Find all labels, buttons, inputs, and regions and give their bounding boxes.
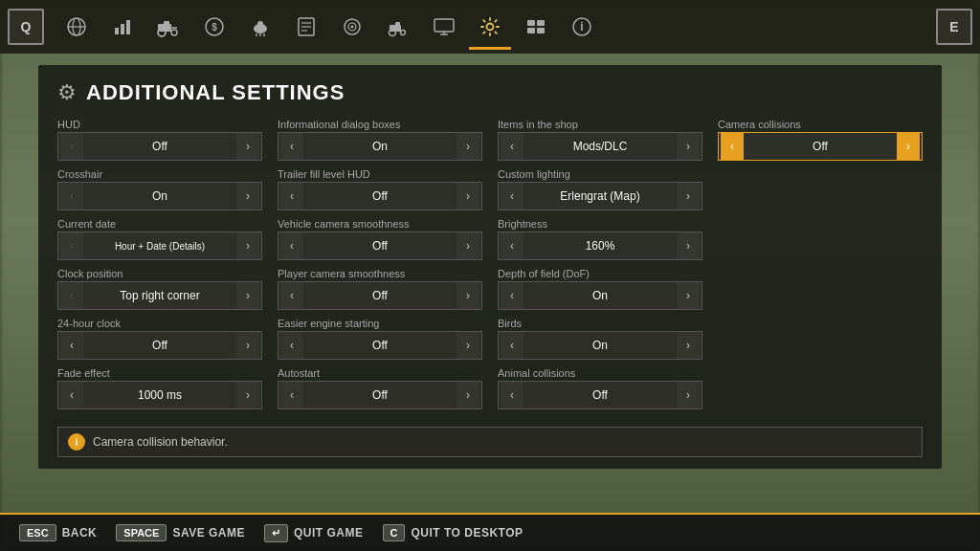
trailer-fill-prev-btn[interactable]: ‹ bbox=[280, 183, 303, 209]
animal-collisions-prev-btn[interactable]: ‹ bbox=[501, 382, 523, 408]
birds-prev-btn[interactable]: ‹ bbox=[501, 332, 523, 359]
q-button[interactable]: Q bbox=[8, 9, 44, 45]
page-title: ADDITIONAL SETTINGS bbox=[86, 80, 345, 105]
current-date-prev-btn[interactable]: ‹ bbox=[60, 232, 83, 259]
items-shop-control: ‹ Mods/DLC › bbox=[498, 132, 702, 161]
clock-position-next-btn[interactable]: › bbox=[236, 282, 259, 309]
easier-engine-next-btn[interactable]: › bbox=[457, 332, 479, 359]
info-bar-icon: i bbox=[68, 433, 85, 451]
autostart-next-btn[interactable]: › bbox=[457, 382, 479, 408]
animal-collisions-next-btn[interactable]: › bbox=[677, 382, 700, 408]
items-shop-prev-btn[interactable]: ‹ bbox=[501, 133, 523, 160]
camera-collisions-next-btn[interactable]: › bbox=[897, 133, 920, 160]
nav-icon-animals[interactable] bbox=[239, 6, 281, 48]
vehicle-camera-prev-btn[interactable]: ‹ bbox=[280, 232, 303, 259]
current-date-next-btn[interactable]: › bbox=[236, 232, 259, 259]
hud-control: ‹ Off › bbox=[57, 132, 262, 161]
info-dialogs-next-btn[interactable]: › bbox=[457, 133, 479, 160]
animal-collisions-control: ‹ Off › bbox=[498, 381, 702, 409]
svg-text:i: i bbox=[580, 20, 583, 33]
camera-collisions-label: Camera collisions bbox=[718, 119, 923, 130]
svg-point-32 bbox=[487, 24, 494, 31]
svg-rect-3 bbox=[115, 28, 119, 34]
fade-effect-prev-btn[interactable]: ‹ bbox=[60, 382, 83, 408]
e-button[interactable]: E bbox=[936, 9, 972, 45]
nav-icon-multiplayer[interactable] bbox=[515, 6, 557, 48]
svg-rect-35 bbox=[527, 28, 535, 33]
mission-icon bbox=[342, 16, 363, 37]
crosshair-control: ‹ On › bbox=[57, 182, 262, 210]
clock-24h-next-btn[interactable]: › bbox=[236, 332, 259, 359]
nav-icon-contracts[interactable] bbox=[285, 6, 327, 48]
fade-effect-label: Fade effect bbox=[57, 367, 262, 379]
clock-position-prev-btn[interactable]: ‹ bbox=[60, 282, 83, 309]
custom-lighting-label: Custom lighting bbox=[498, 168, 702, 180]
depth-of-field-label: Depth of field (DoF) bbox=[498, 268, 702, 279]
easier-engine-control: ‹ Off › bbox=[278, 331, 482, 360]
settings-col3: Items in the shop ‹ Mods/DLC › Custom li… bbox=[498, 119, 702, 417]
quit-desktop-label[interactable]: QUIT TO DESKTOP bbox=[411, 526, 523, 540]
autostart-prev-btn[interactable]: ‹ bbox=[280, 382, 303, 408]
globe-icon bbox=[66, 16, 87, 37]
trailer-fill-next-btn[interactable]: › bbox=[457, 183, 479, 209]
setting-brightness: Brightness ‹ 160% › bbox=[498, 218, 702, 260]
nav-icon-missions[interactable] bbox=[331, 6, 373, 48]
info-dialogs-prev-btn[interactable]: ‹ bbox=[280, 133, 303, 160]
setting-depth-of-field: Depth of field (DoF) ‹ On › bbox=[498, 268, 702, 310]
settings-col2: Informational dialog boxes ‹ On › Traile… bbox=[278, 119, 482, 417]
quit-game-label[interactable]: QUIT GAME bbox=[294, 526, 364, 540]
save-label[interactable]: SAVE GAME bbox=[172, 526, 245, 540]
trailer-fill-control: ‹ Off › bbox=[278, 182, 482, 210]
current-date-control: ‹ Hour + Date (Details) › bbox=[57, 231, 262, 260]
brightness-value: 160% bbox=[523, 239, 677, 253]
custom-lighting-prev-btn[interactable]: ‹ bbox=[501, 183, 523, 209]
setting-camera-collisions: Camera collisions ‹ Off › bbox=[718, 119, 923, 161]
nav-icon-info[interactable]: i bbox=[561, 6, 603, 48]
custom-lighting-next-btn[interactable]: › bbox=[677, 183, 700, 209]
hud-prev-btn[interactable]: ‹ bbox=[60, 133, 83, 160]
depth-of-field-next-btn[interactable]: › bbox=[677, 282, 700, 309]
nav-icon-settings[interactable] bbox=[469, 6, 511, 48]
setting-hud: HUD ‹ Off › bbox=[57, 119, 262, 161]
bottombar: ESC BACK SPACE SAVE GAME ↵ QUIT GAME C Q… bbox=[0, 513, 980, 551]
hud-next-btn[interactable]: › bbox=[236, 133, 259, 160]
animal-collisions-value: Off bbox=[523, 388, 677, 402]
player-camera-next-btn[interactable]: › bbox=[457, 282, 479, 309]
birds-label: Birds bbox=[498, 318, 702, 329]
brightness-prev-btn[interactable]: ‹ bbox=[501, 232, 523, 259]
camera-collisions-prev-btn[interactable]: ‹ bbox=[721, 133, 744, 160]
page-gear-icon: ⚙ bbox=[57, 80, 77, 105]
nav-icon-finances[interactable]: $ bbox=[193, 6, 235, 48]
info-dialogs-label: Informational dialog boxes bbox=[278, 119, 482, 130]
crosshair-next-btn[interactable]: › bbox=[236, 183, 259, 209]
svg-rect-4 bbox=[121, 24, 124, 34]
svg-rect-34 bbox=[537, 20, 545, 26]
stats-icon bbox=[112, 16, 133, 37]
vehicle-camera-value: Off bbox=[303, 239, 457, 253]
svg-rect-29 bbox=[434, 19, 454, 32]
nav-icon-stats[interactable] bbox=[101, 6, 144, 48]
items-shop-next-btn[interactable]: › bbox=[677, 133, 700, 160]
clock-position-label: Clock position bbox=[57, 268, 262, 279]
brightness-next-btn[interactable]: › bbox=[677, 232, 700, 259]
nav-icon-display[interactable] bbox=[423, 6, 465, 48]
player-camera-prev-btn[interactable]: ‹ bbox=[280, 282, 303, 309]
crosshair-prev-btn[interactable]: ‹ bbox=[60, 183, 83, 209]
settings-col1: HUD ‹ Off › Crosshair ‹ On › Current dat… bbox=[57, 119, 262, 417]
page-title-container: ⚙ ADDITIONAL SETTINGS bbox=[57, 80, 923, 105]
back-label[interactable]: BACK bbox=[62, 526, 98, 540]
vehicle-camera-next-btn[interactable]: › bbox=[457, 232, 479, 259]
fade-effect-value: 1000 ms bbox=[83, 388, 236, 402]
nav-icon-equipment[interactable] bbox=[377, 6, 419, 48]
fade-effect-next-btn[interactable]: › bbox=[236, 382, 259, 408]
easier-engine-prev-btn[interactable]: ‹ bbox=[280, 332, 303, 359]
depth-of-field-prev-btn[interactable]: ‹ bbox=[501, 282, 523, 309]
nav-icon-map[interactable] bbox=[56, 6, 98, 48]
clock-24h-prev-btn[interactable]: ‹ bbox=[60, 332, 83, 359]
custom-lighting-value: Erlengrat (Map) bbox=[523, 189, 677, 203]
birds-next-btn[interactable]: › bbox=[677, 332, 700, 359]
nav-icon-vehicles[interactable] bbox=[147, 6, 189, 48]
vehicle-camera-control: ‹ Off › bbox=[278, 231, 482, 260]
brightness-control: ‹ 160% › bbox=[498, 231, 702, 260]
setting-clock-position: Clock position ‹ Top right corner › bbox=[57, 268, 262, 310]
